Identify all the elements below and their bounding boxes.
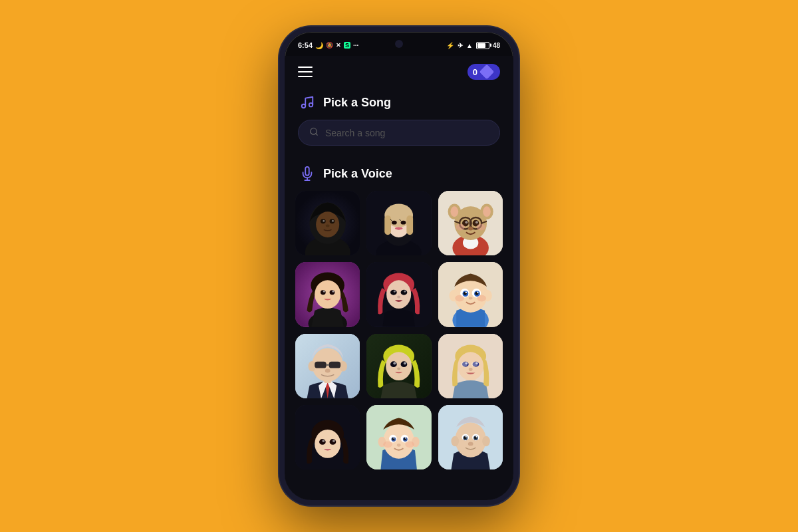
hamburger-menu-button[interactable] [298, 66, 313, 77]
svg-point-93 [386, 352, 412, 380]
svg-point-143 [466, 436, 467, 438]
svg-point-95 [401, 361, 408, 367]
svg-rect-88 [329, 362, 341, 368]
search-container: Search a song [285, 120, 513, 159]
battery-icon [476, 42, 489, 49]
svg-point-62 [398, 296, 401, 299]
svg-point-97 [404, 362, 406, 364]
wifi-icon: ▲ [466, 42, 473, 49]
music-note-icon [298, 93, 317, 112]
mute-icon: 🔕 [326, 42, 333, 49]
svg-rect-20 [407, 215, 414, 235]
svg-point-33 [450, 206, 458, 217]
time-display: 6:54 [298, 41, 313, 49]
svg-point-44 [467, 227, 473, 231]
svg-point-101 [458, 352, 483, 380]
svg-point-13 [326, 225, 330, 227]
hamburger-line-3 [298, 76, 313, 77]
voice-card-5[interactable] [366, 262, 431, 327]
pick-a-song-header: Pick a Song [285, 88, 513, 120]
voice-card-3[interactable] [438, 191, 503, 255]
svg-rect-87 [315, 362, 327, 368]
svg-point-53 [323, 291, 325, 293]
svg-point-43 [475, 221, 478, 223]
bluetooth-icon: ⚡ [446, 42, 454, 49]
voice-card-4[interactable] [295, 262, 360, 327]
svg-point-98 [398, 367, 401, 370]
voice-card-8[interactable] [366, 334, 431, 398]
svg-point-144 [475, 436, 477, 438]
svg-point-145 [467, 442, 473, 446]
voice-card-10[interactable] [295, 405, 360, 469]
svg-rect-19 [385, 215, 392, 235]
svg-point-115 [332, 440, 335, 442]
svg-point-8 [316, 211, 339, 237]
svg-point-22 [401, 221, 406, 225]
voice-card-6[interactable] [438, 262, 503, 327]
credits-count: 0 [473, 67, 477, 77]
voice-card-2[interactable] [366, 191, 431, 255]
search-placeholder: Search a song [325, 128, 385, 138]
avatar-5-inner [366, 262, 431, 327]
svg-point-127 [394, 438, 395, 439]
svg-point-106 [465, 362, 467, 364]
svg-point-134 [455, 422, 486, 458]
search-icon [309, 127, 319, 138]
svg-point-78 [455, 295, 464, 302]
moon-icon: 🌙 [315, 42, 323, 49]
svg-point-60 [394, 291, 396, 293]
battery-level: 48 [493, 42, 500, 49]
hamburger-line-2 [298, 71, 313, 72]
svg-point-54 [332, 291, 334, 293]
x-icon: ✕ [336, 42, 341, 49]
svg-point-75 [465, 292, 466, 293]
svg-point-111 [315, 430, 340, 458]
status-left: 6:54 🌙 🔕 ✕ S ··· [298, 41, 358, 49]
search-bar[interactable]: Search a song [298, 120, 500, 146]
voice-card-1[interactable] [295, 191, 360, 255]
voice-card-9[interactable] [438, 334, 503, 398]
voice-card-11[interactable] [366, 405, 431, 469]
svg-point-21 [392, 221, 397, 225]
avatar-12-inner [438, 405, 503, 469]
svg-point-58 [390, 290, 397, 295]
voice-card-7[interactable] [295, 334, 360, 398]
svg-point-128 [405, 438, 406, 439]
hamburger-line-1 [298, 66, 313, 68]
svg-point-42 [465, 221, 467, 223]
svg-point-61 [404, 291, 406, 293]
phone-frame: 6:54 🌙 🔕 ✕ S ··· ⚡ ✈ ▲ 48 0 [279, 27, 519, 505]
svg-point-76 [477, 292, 478, 293]
voice-grid [285, 191, 513, 483]
credits-badge[interactable]: 0 [467, 64, 500, 80]
svg-point-113 [330, 439, 336, 445]
svg-point-77 [468, 297, 472, 300]
pick-a-voice-header: Pick a Voice [285, 159, 513, 191]
avatar-3-inner [438, 191, 503, 255]
svg-point-11 [323, 220, 325, 222]
svg-point-130 [384, 442, 393, 448]
pick-a-voice-title: Pick a Voice [323, 167, 392, 181]
microphone-icon [298, 164, 317, 183]
svg-point-51 [321, 291, 326, 295]
app-content: 0 Pick a Song [285, 56, 513, 500]
dots-icon: ··· [353, 42, 358, 49]
svg-point-112 [319, 439, 326, 445]
voice-card-12[interactable] [438, 405, 503, 469]
status-right: ⚡ ✈ ▲ 48 [446, 42, 500, 49]
avatar-6-inner [438, 262, 503, 327]
avatar-11-inner [366, 405, 431, 469]
avatar-1-inner [295, 191, 360, 255]
svg-point-59 [401, 290, 408, 295]
svg-point-12 [332, 220, 334, 222]
avatar-8-inner [366, 334, 431, 398]
svg-point-136 [482, 436, 490, 447]
svg-point-114 [322, 440, 325, 442]
diamond-icon [479, 65, 495, 80]
svg-point-108 [468, 368, 472, 371]
airplane-icon: ✈ [458, 42, 463, 49]
svg-point-50 [315, 281, 340, 309]
svg-point-52 [330, 291, 335, 295]
avatar-9-inner [438, 334, 503, 398]
svg-point-45 [456, 224, 465, 231]
